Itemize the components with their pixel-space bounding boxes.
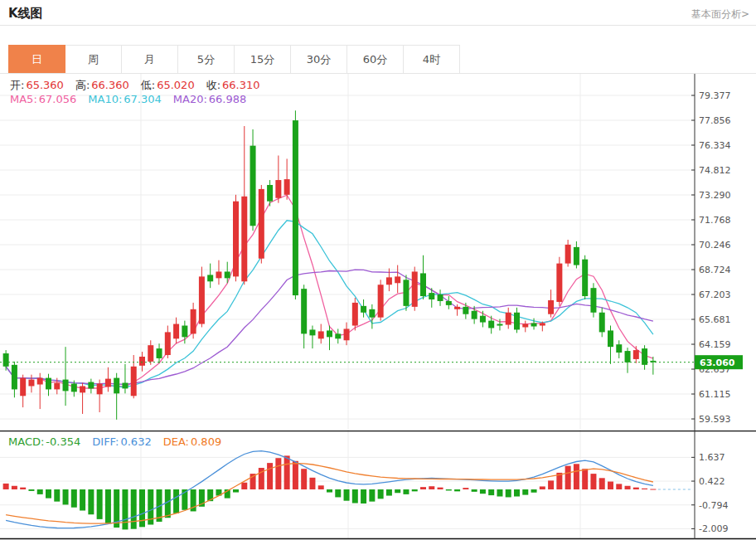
candlestick-chart: 79.37777.85676.33474.81273.29071.76870.2…	[0, 74, 756, 431]
ma-info-row: MA5:67.056MA10:67.304MA20:66.988	[10, 93, 258, 105]
tab-4时[interactable]: 4时	[404, 45, 460, 74]
svg-text:1.637: 1.637	[699, 452, 725, 463]
svg-text:67.203: 67.203	[699, 289, 731, 300]
tab-月[interactable]: 月	[122, 45, 178, 74]
macd-value: MACD:-0.354	[8, 435, 80, 448]
tab-bar: 日周月5分15分30分60分4时	[8, 45, 460, 74]
ma10-value: MA10:67.304	[88, 93, 162, 105]
svg-text:-0.794: -0.794	[699, 500, 728, 511]
ohlc-low: 低:65.020	[141, 79, 195, 91]
tab-周[interactable]: 周	[65, 45, 122, 74]
kline-page: K线图 基本面分析> 日周月5分15分30分60分4时 79.37777.856…	[0, 0, 756, 540]
svg-text:79.377: 79.377	[699, 90, 731, 101]
svg-text:71.768: 71.768	[699, 215, 731, 226]
fundamental-analysis-link[interactable]: 基本面分析>	[691, 7, 749, 22]
ohlc-close: 收:66.310	[206, 79, 260, 91]
ma20-value: MA20:66.988	[173, 93, 247, 105]
svg-text:70.246: 70.246	[699, 240, 731, 251]
svg-text:77.856: 77.856	[699, 115, 731, 126]
dea-value: DEA:0.809	[163, 435, 222, 448]
tab-5分[interactable]: 5分	[178, 45, 235, 74]
svg-text:73.290: 73.290	[699, 190, 731, 201]
svg-text:76.334: 76.334	[699, 140, 731, 151]
diff-value: DIFF:0.632	[92, 435, 151, 448]
svg-text:59.593: 59.593	[699, 414, 731, 425]
ohlc-info-row: 开:65.360高:66.360低:65.020收:66.310	[10, 78, 272, 93]
ohlc-open: 开:65.360	[10, 79, 64, 91]
svg-text:63.060: 63.060	[700, 358, 735, 368]
tab-30分[interactable]: 30分	[291, 45, 347, 74]
tab-60分[interactable]: 60分	[347, 45, 404, 74]
svg-text:61.115: 61.115	[699, 389, 731, 400]
svg-text:-2.009: -2.009	[699, 523, 728, 534]
svg-text:65.681: 65.681	[699, 314, 731, 325]
page-header: K线图 基本面分析>	[0, 0, 756, 26]
page-title: K线图	[8, 6, 43, 22]
chart-area: 79.37777.85676.33474.81273.29071.76870.2…	[0, 74, 756, 540]
macd-info-row: MACD:-0.354DIFF:0.632DEA:0.809	[8, 435, 233, 448]
tab-日[interactable]: 日	[8, 45, 65, 74]
ma5-value: MA5:67.056	[10, 93, 76, 105]
svg-text:74.812: 74.812	[699, 165, 731, 176]
svg-text:68.724: 68.724	[699, 265, 731, 275]
svg-text:0.422: 0.422	[699, 476, 725, 487]
svg-text:64.159: 64.159	[699, 339, 731, 350]
ohlc-high: 高:66.360	[75, 79, 129, 91]
tab-15分[interactable]: 15分	[235, 45, 291, 74]
